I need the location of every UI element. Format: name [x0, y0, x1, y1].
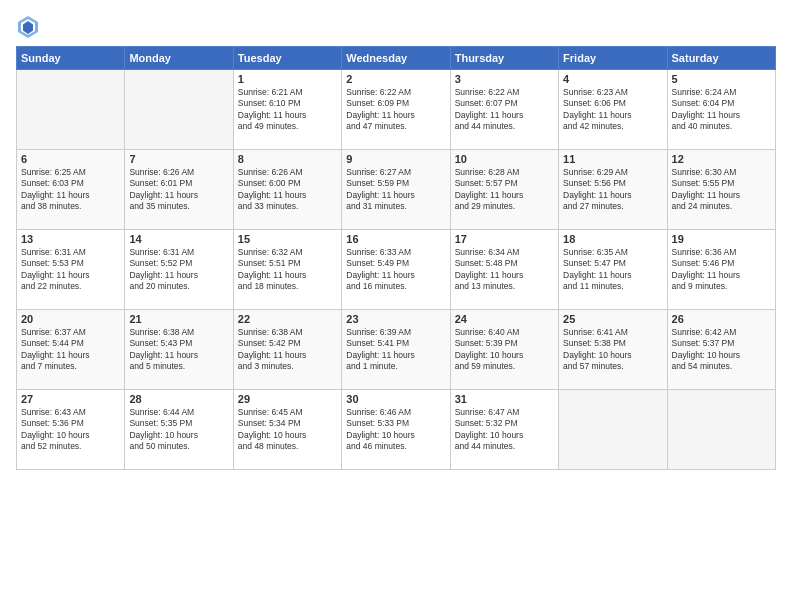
calendar-cell: 30Sunrise: 6:46 AM Sunset: 5:33 PM Dayli… — [342, 390, 450, 470]
calendar-cell: 29Sunrise: 6:45 AM Sunset: 5:34 PM Dayli… — [233, 390, 341, 470]
day-info: Sunrise: 6:40 AM Sunset: 5:39 PM Dayligh… — [455, 327, 554, 373]
calendar-cell: 14Sunrise: 6:31 AM Sunset: 5:52 PM Dayli… — [125, 230, 233, 310]
day-number: 6 — [21, 153, 120, 165]
day-info: Sunrise: 6:38 AM Sunset: 5:43 PM Dayligh… — [129, 327, 228, 373]
weekday-header-row: SundayMondayTuesdayWednesdayThursdayFrid… — [17, 47, 776, 70]
day-number: 16 — [346, 233, 445, 245]
calendar-table: SundayMondayTuesdayWednesdayThursdayFrid… — [16, 46, 776, 470]
day-info: Sunrise: 6:43 AM Sunset: 5:36 PM Dayligh… — [21, 407, 120, 453]
calendar-cell: 7Sunrise: 6:26 AM Sunset: 6:01 PM Daylig… — [125, 150, 233, 230]
day-info: Sunrise: 6:31 AM Sunset: 5:53 PM Dayligh… — [21, 247, 120, 293]
day-info: Sunrise: 6:28 AM Sunset: 5:57 PM Dayligh… — [455, 167, 554, 213]
day-number: 18 — [563, 233, 662, 245]
day-number: 21 — [129, 313, 228, 325]
calendar-cell: 2Sunrise: 6:22 AM Sunset: 6:09 PM Daylig… — [342, 70, 450, 150]
week-row-2: 6Sunrise: 6:25 AM Sunset: 6:03 PM Daylig… — [17, 150, 776, 230]
day-number: 10 — [455, 153, 554, 165]
day-number: 7 — [129, 153, 228, 165]
day-number: 17 — [455, 233, 554, 245]
day-number: 20 — [21, 313, 120, 325]
week-row-1: 1Sunrise: 6:21 AM Sunset: 6:10 PM Daylig… — [17, 70, 776, 150]
day-info: Sunrise: 6:45 AM Sunset: 5:34 PM Dayligh… — [238, 407, 337, 453]
day-info: Sunrise: 6:34 AM Sunset: 5:48 PM Dayligh… — [455, 247, 554, 293]
calendar-cell: 24Sunrise: 6:40 AM Sunset: 5:39 PM Dayli… — [450, 310, 558, 390]
day-info: Sunrise: 6:24 AM Sunset: 6:04 PM Dayligh… — [672, 87, 771, 133]
day-info: Sunrise: 6:46 AM Sunset: 5:33 PM Dayligh… — [346, 407, 445, 453]
calendar-cell: 11Sunrise: 6:29 AM Sunset: 5:56 PM Dayli… — [559, 150, 667, 230]
calendar-cell: 8Sunrise: 6:26 AM Sunset: 6:00 PM Daylig… — [233, 150, 341, 230]
calendar-cell — [125, 70, 233, 150]
day-number: 29 — [238, 393, 337, 405]
day-number: 28 — [129, 393, 228, 405]
calendar-cell: 27Sunrise: 6:43 AM Sunset: 5:36 PM Dayli… — [17, 390, 125, 470]
weekday-header-wednesday: Wednesday — [342, 47, 450, 70]
calendar-cell: 12Sunrise: 6:30 AM Sunset: 5:55 PM Dayli… — [667, 150, 775, 230]
day-info: Sunrise: 6:42 AM Sunset: 5:37 PM Dayligh… — [672, 327, 771, 373]
calendar-cell: 10Sunrise: 6:28 AM Sunset: 5:57 PM Dayli… — [450, 150, 558, 230]
weekday-header-tuesday: Tuesday — [233, 47, 341, 70]
calendar-cell: 18Sunrise: 6:35 AM Sunset: 5:47 PM Dayli… — [559, 230, 667, 310]
day-info: Sunrise: 6:23 AM Sunset: 6:06 PM Dayligh… — [563, 87, 662, 133]
day-number: 30 — [346, 393, 445, 405]
calendar-cell: 21Sunrise: 6:38 AM Sunset: 5:43 PM Dayli… — [125, 310, 233, 390]
day-info: Sunrise: 6:22 AM Sunset: 6:09 PM Dayligh… — [346, 87, 445, 133]
page-container: SundayMondayTuesdayWednesdayThursdayFrid… — [0, 0, 792, 478]
calendar-cell: 28Sunrise: 6:44 AM Sunset: 5:35 PM Dayli… — [125, 390, 233, 470]
day-info: Sunrise: 6:38 AM Sunset: 5:42 PM Dayligh… — [238, 327, 337, 373]
day-info: Sunrise: 6:36 AM Sunset: 5:46 PM Dayligh… — [672, 247, 771, 293]
calendar-cell: 19Sunrise: 6:36 AM Sunset: 5:46 PM Dayli… — [667, 230, 775, 310]
day-number: 1 — [238, 73, 337, 85]
day-number: 8 — [238, 153, 337, 165]
day-number: 2 — [346, 73, 445, 85]
day-info: Sunrise: 6:30 AM Sunset: 5:55 PM Dayligh… — [672, 167, 771, 213]
weekday-header-monday: Monday — [125, 47, 233, 70]
day-number: 3 — [455, 73, 554, 85]
day-number: 11 — [563, 153, 662, 165]
day-info: Sunrise: 6:32 AM Sunset: 5:51 PM Dayligh… — [238, 247, 337, 293]
calendar-cell: 16Sunrise: 6:33 AM Sunset: 5:49 PM Dayli… — [342, 230, 450, 310]
day-info: Sunrise: 6:37 AM Sunset: 5:44 PM Dayligh… — [21, 327, 120, 373]
logo-icon — [18, 16, 38, 38]
day-number: 12 — [672, 153, 771, 165]
day-number: 4 — [563, 73, 662, 85]
week-row-3: 13Sunrise: 6:31 AM Sunset: 5:53 PM Dayli… — [17, 230, 776, 310]
calendar-cell — [667, 390, 775, 470]
weekday-header-friday: Friday — [559, 47, 667, 70]
day-number: 26 — [672, 313, 771, 325]
calendar-cell: 1Sunrise: 6:21 AM Sunset: 6:10 PM Daylig… — [233, 70, 341, 150]
calendar-cell: 31Sunrise: 6:47 AM Sunset: 5:32 PM Dayli… — [450, 390, 558, 470]
day-number: 9 — [346, 153, 445, 165]
calendar-cell: 13Sunrise: 6:31 AM Sunset: 5:53 PM Dayli… — [17, 230, 125, 310]
calendar-cell: 9Sunrise: 6:27 AM Sunset: 5:59 PM Daylig… — [342, 150, 450, 230]
calendar-cell: 5Sunrise: 6:24 AM Sunset: 6:04 PM Daylig… — [667, 70, 775, 150]
day-number: 5 — [672, 73, 771, 85]
calendar-cell: 22Sunrise: 6:38 AM Sunset: 5:42 PM Dayli… — [233, 310, 341, 390]
calendar-cell — [17, 70, 125, 150]
day-info: Sunrise: 6:33 AM Sunset: 5:49 PM Dayligh… — [346, 247, 445, 293]
day-number: 31 — [455, 393, 554, 405]
day-info: Sunrise: 6:35 AM Sunset: 5:47 PM Dayligh… — [563, 247, 662, 293]
calendar-cell: 26Sunrise: 6:42 AM Sunset: 5:37 PM Dayli… — [667, 310, 775, 390]
calendar-cell: 23Sunrise: 6:39 AM Sunset: 5:41 PM Dayli… — [342, 310, 450, 390]
day-number: 19 — [672, 233, 771, 245]
day-info: Sunrise: 6:44 AM Sunset: 5:35 PM Dayligh… — [129, 407, 228, 453]
calendar-cell: 4Sunrise: 6:23 AM Sunset: 6:06 PM Daylig… — [559, 70, 667, 150]
calendar-cell: 25Sunrise: 6:41 AM Sunset: 5:38 PM Dayli… — [559, 310, 667, 390]
day-info: Sunrise: 6:26 AM Sunset: 6:00 PM Dayligh… — [238, 167, 337, 213]
day-info: Sunrise: 6:22 AM Sunset: 6:07 PM Dayligh… — [455, 87, 554, 133]
day-info: Sunrise: 6:25 AM Sunset: 6:03 PM Dayligh… — [21, 167, 120, 213]
week-row-4: 20Sunrise: 6:37 AM Sunset: 5:44 PM Dayli… — [17, 310, 776, 390]
day-info: Sunrise: 6:41 AM Sunset: 5:38 PM Dayligh… — [563, 327, 662, 373]
day-info: Sunrise: 6:29 AM Sunset: 5:56 PM Dayligh… — [563, 167, 662, 213]
day-info: Sunrise: 6:47 AM Sunset: 5:32 PM Dayligh… — [455, 407, 554, 453]
calendar-cell: 20Sunrise: 6:37 AM Sunset: 5:44 PM Dayli… — [17, 310, 125, 390]
weekday-header-sunday: Sunday — [17, 47, 125, 70]
week-row-5: 27Sunrise: 6:43 AM Sunset: 5:36 PM Dayli… — [17, 390, 776, 470]
day-number: 15 — [238, 233, 337, 245]
day-info: Sunrise: 6:26 AM Sunset: 6:01 PM Dayligh… — [129, 167, 228, 213]
calendar-cell: 15Sunrise: 6:32 AM Sunset: 5:51 PM Dayli… — [233, 230, 341, 310]
calendar-cell: 6Sunrise: 6:25 AM Sunset: 6:03 PM Daylig… — [17, 150, 125, 230]
day-info: Sunrise: 6:27 AM Sunset: 5:59 PM Dayligh… — [346, 167, 445, 213]
day-number: 14 — [129, 233, 228, 245]
day-number: 13 — [21, 233, 120, 245]
